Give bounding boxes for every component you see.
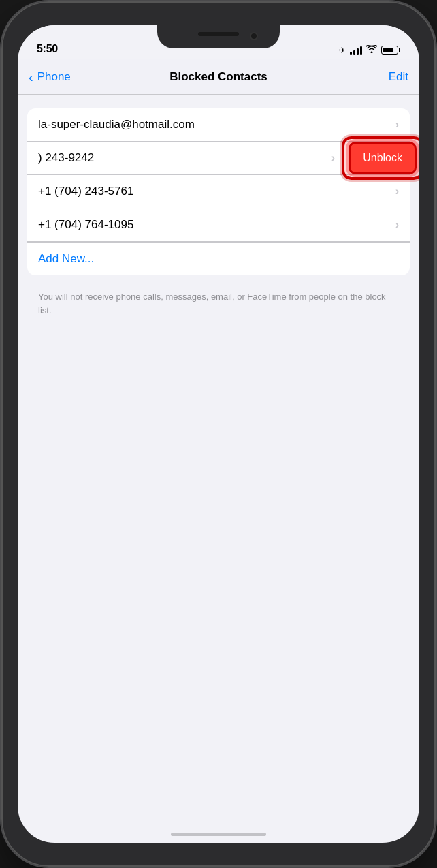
chevron-right-icon-2: › (331, 152, 335, 164)
contact-phone-partial: ) 243-9242 (38, 151, 94, 165)
phone-frame: 5:50 ✈ (0, 0, 437, 868)
screen: 5:50 ✈ (18, 25, 419, 843)
unblock-button-wrapper: Unblock (349, 142, 417, 174)
back-button[interactable]: ‹ Phone (29, 70, 71, 84)
notch (157, 25, 280, 48)
contact-phone-2: +1 (704) 764-1095 (38, 218, 133, 232)
nav-bar: ‹ Phone Blocked Contacts Edit (18, 59, 419, 95)
signal-bars (350, 46, 362, 55)
location-icon: ✈ (339, 46, 346, 55)
battery-indicator (381, 46, 400, 55)
content-area: la-super-claudia@hotmail.com › ) 243-924… (18, 95, 419, 843)
speaker (198, 32, 239, 36)
blocked-contacts-card: la-super-claudia@hotmail.com › ) 243-924… (27, 108, 410, 275)
contact-email: la-super-claudia@hotmail.com (38, 118, 195, 131)
back-label: Phone (37, 70, 71, 84)
edit-button[interactable]: Edit (389, 70, 408, 84)
status-icons: ✈ (339, 45, 400, 55)
contact-row-2-container: ) 243-9242 › Unblock (27, 142, 410, 175)
page-title: Blocked Contacts (169, 70, 268, 84)
unblock-button[interactable]: Unblock (349, 142, 417, 174)
camera (250, 32, 258, 40)
wifi-icon (366, 45, 377, 55)
contact-row-3[interactable]: +1 (704) 243-5761 › (27, 175, 410, 208)
chevron-right-icon-4: › (395, 219, 399, 231)
chevron-right-icon-3: › (395, 185, 399, 198)
chevron-right-icon-1: › (395, 119, 399, 131)
contact-row-4[interactable]: +1 (704) 764-1095 › (27, 208, 410, 242)
home-indicator[interactable] (171, 833, 266, 836)
back-chevron-icon: ‹ (29, 70, 33, 84)
contact-row-1[interactable]: la-super-claudia@hotmail.com › (27, 108, 410, 142)
footer-description: You will not receive phone calls, messag… (27, 283, 410, 324)
contact-phone-1: +1 (704) 243-5761 (38, 185, 133, 198)
status-time: 5:50 (37, 43, 58, 55)
add-new-button[interactable]: Add New... (27, 242, 410, 275)
